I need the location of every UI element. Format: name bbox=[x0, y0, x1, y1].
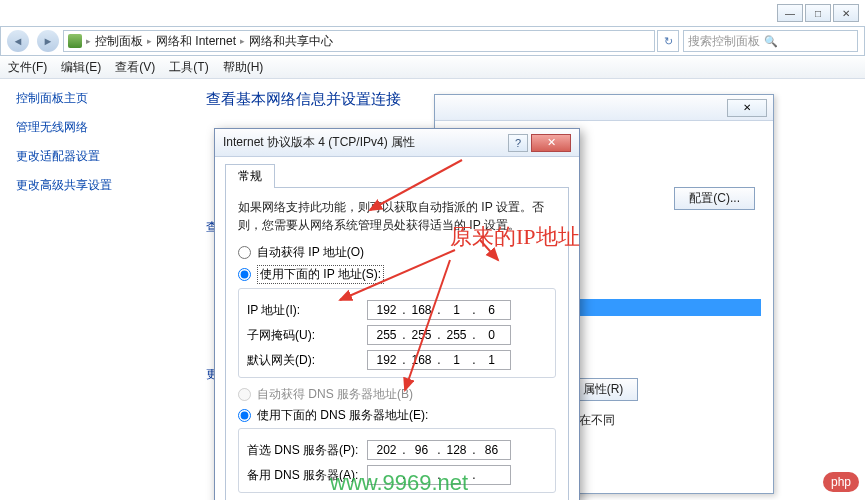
manual-dns-label: 使用下面的 DNS 服务器地址(E): bbox=[257, 407, 428, 424]
gateway-input[interactable]: 192. 168. 1. 1 bbox=[367, 350, 511, 370]
menu-view[interactable]: 查看(V) bbox=[115, 59, 155, 76]
close-icon[interactable]: ✕ bbox=[727, 99, 767, 117]
breadcrumb-item[interactable]: 网络和共享中心 bbox=[249, 33, 333, 50]
menu-tools[interactable]: 工具(T) bbox=[169, 59, 208, 76]
manual-ip-label: 使用下面的 IP 地址(S): bbox=[257, 265, 384, 284]
ip-label: IP 地址(I): bbox=[247, 302, 367, 319]
tab-general[interactable]: 常规 bbox=[225, 164, 275, 188]
subnet-label: 子网掩码(U): bbox=[247, 327, 367, 344]
back-button[interactable]: ◄ bbox=[7, 30, 29, 52]
php-logo: php bbox=[823, 472, 859, 492]
sidebar-home[interactable]: 控制面板主页 bbox=[16, 90, 176, 107]
search-input[interactable]: 搜索控制面板 🔍 bbox=[683, 30, 858, 52]
chevron-right-icon: ▸ bbox=[147, 36, 152, 46]
dialog-title: Internet 协议版本 4 (TCP/IPv4) 属性 bbox=[223, 134, 508, 151]
watermark: www.9969.net bbox=[330, 470, 468, 496]
address-bar: ◄ ► ▸ 控制面板 ▸ 网络和 Internet ▸ 网络和共享中心 ↻ 搜索… bbox=[0, 26, 865, 56]
gateway-label: 默认网关(D): bbox=[247, 352, 367, 369]
minimize-button[interactable]: — bbox=[777, 4, 803, 22]
menu-file[interactable]: 文件(F) bbox=[8, 59, 47, 76]
dns1-label: 首选 DNS 服务器(P): bbox=[247, 442, 367, 459]
auto-ip-label: 自动获得 IP 地址(O) bbox=[257, 244, 364, 261]
refresh-button[interactable]: ↻ bbox=[657, 30, 679, 52]
menu-edit[interactable]: 编辑(E) bbox=[61, 59, 101, 76]
sidebar-advanced[interactable]: 更改高级共享设置 bbox=[16, 177, 176, 194]
auto-ip-radio[interactable] bbox=[238, 246, 251, 259]
auto-dns-radio bbox=[238, 388, 251, 401]
search-placeholder: 搜索控制面板 bbox=[688, 33, 760, 50]
manual-ip-radio[interactable] bbox=[238, 268, 251, 281]
auto-dns-label: 自动获得 DNS 服务器地址(B) bbox=[257, 386, 413, 403]
window-controls: — □ ✕ bbox=[777, 4, 859, 22]
menu-help[interactable]: 帮助(H) bbox=[223, 59, 264, 76]
sidebar-adapter[interactable]: 更改适配器设置 bbox=[16, 148, 176, 165]
menu-bar: 文件(F) 编辑(E) 查看(V) 工具(T) 帮助(H) bbox=[0, 57, 865, 79]
breadcrumb-item[interactable]: 控制面板 bbox=[95, 33, 143, 50]
manual-dns-radio[interactable] bbox=[238, 409, 251, 422]
control-panel-icon bbox=[68, 34, 82, 48]
close-icon[interactable]: ✕ bbox=[531, 134, 571, 152]
preferred-dns-input[interactable]: 202. 96. 128. 86 bbox=[367, 440, 511, 460]
breadcrumb-item[interactable]: 网络和 Internet bbox=[156, 33, 236, 50]
forward-button[interactable]: ► bbox=[37, 30, 59, 52]
help-icon[interactable]: ? bbox=[508, 134, 528, 152]
chevron-right-icon: ▸ bbox=[240, 36, 245, 46]
sidebar: 控制面板主页 管理无线网络 更改适配器设置 更改高级共享设置 另请参阅 Inte… bbox=[0, 80, 192, 500]
maximize-button[interactable]: □ bbox=[805, 4, 831, 22]
subnet-mask-input[interactable]: 255. 255. 255. 0 bbox=[367, 325, 511, 345]
configure-button[interactable]: 配置(C)... bbox=[674, 187, 755, 210]
sidebar-wireless[interactable]: 管理无线网络 bbox=[16, 119, 176, 136]
ipv4-properties-dialog: Internet 协议版本 4 (TCP/IPv4) 属性 ? ✕ 常规 如果网… bbox=[214, 128, 580, 500]
close-button[interactable]: ✕ bbox=[833, 4, 859, 22]
breadcrumb[interactable]: ▸ 控制面板 ▸ 网络和 Internet ▸ 网络和共享中心 bbox=[63, 30, 655, 52]
search-icon: 🔍 bbox=[764, 35, 778, 48]
ip-address-input[interactable]: 192. 168. 1. 6 bbox=[367, 300, 511, 320]
annotation-text: 原来的IP地址 bbox=[450, 222, 580, 252]
chevron-right-icon: ▸ bbox=[86, 36, 91, 46]
